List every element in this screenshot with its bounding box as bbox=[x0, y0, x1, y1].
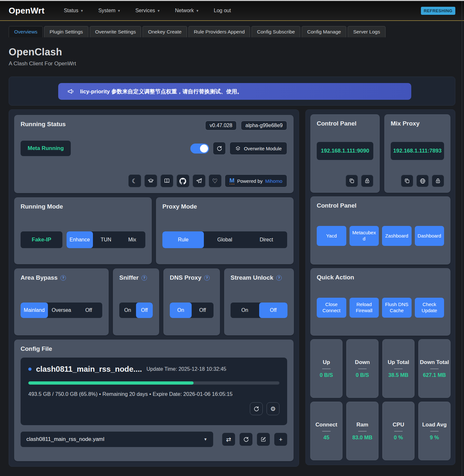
copy-icon bbox=[404, 178, 410, 184]
tutorial-button[interactable] bbox=[144, 174, 157, 187]
dark-mode-button[interactable]: ☾ bbox=[128, 174, 141, 187]
stat-tile-cpu: CPU 0 % bbox=[382, 402, 414, 460]
area-bypass-option-off[interactable]: Off bbox=[75, 303, 102, 318]
proxy-mode-option-direct[interactable]: Direct bbox=[246, 231, 287, 248]
overwrite-module-button[interactable]: Overwrite Module bbox=[230, 142, 287, 155]
quick-action-reload-firewall[interactable]: Reload Firewall bbox=[350, 298, 379, 318]
plus-icon: + bbox=[279, 436, 282, 443]
stat-tile-down: Down 0 B/S bbox=[346, 339, 378, 398]
running-mode-option-tun[interactable]: TUN bbox=[93, 231, 119, 248]
stat-tile-down-total: Down Total 627.1 MB bbox=[418, 339, 450, 398]
quick-action-close-connect[interactable]: Close Connect bbox=[317, 298, 346, 318]
graduation-cap-icon bbox=[148, 178, 154, 184]
quick-action-check-update[interactable]: Check Update bbox=[415, 298, 444, 318]
enable-toggle[interactable] bbox=[190, 144, 209, 154]
nav-item-log-out[interactable]: Log out bbox=[214, 8, 231, 14]
chevron-down-icon: ▼ bbox=[80, 9, 84, 13]
update-subscription-button[interactable] bbox=[250, 402, 263, 415]
proxy-mode-option-rule[interactable]: Rule bbox=[162, 231, 204, 248]
stat-divider bbox=[322, 431, 331, 432]
mihomo-logo-icon: M bbox=[230, 177, 235, 184]
dashboard-button-yacd[interactable]: Yacd bbox=[317, 226, 346, 246]
mihomo-link[interactable]: Mihomo bbox=[265, 178, 282, 184]
sniffer-segment: OnOff bbox=[119, 303, 153, 318]
dashboard-button-metacubexd[interactable]: Metacubexd bbox=[350, 226, 379, 246]
heart-icon: ♡ bbox=[212, 178, 218, 184]
sniffer-option-off[interactable]: Off bbox=[136, 303, 153, 318]
sniffer-option-on[interactable]: On bbox=[119, 303, 136, 318]
stat-divider bbox=[358, 369, 367, 369]
copy-button[interactable] bbox=[401, 175, 413, 187]
running-mode-option-enhance[interactable]: Enhance bbox=[67, 231, 93, 248]
tab-overviews[interactable]: Overviews bbox=[9, 26, 43, 37]
tab-onekey-create[interactable]: Onekey Create bbox=[142, 26, 187, 37]
stat-tile-load-avg: Load Avg 9 % bbox=[418, 402, 450, 460]
wiki-button[interactable] bbox=[160, 174, 173, 187]
config-name: clash0811_main_rss_node.... bbox=[36, 365, 142, 374]
help-icon[interactable]: ? bbox=[141, 275, 147, 281]
tab-config-manage[interactable]: Config Manage bbox=[302, 26, 346, 37]
network-button[interactable] bbox=[416, 175, 429, 187]
dashboard-button-dashboard[interactable]: Dashboard bbox=[415, 226, 444, 246]
edit-config-button[interactable] bbox=[257, 433, 270, 446]
tab-rule-providers-append[interactable]: Rule Providers Append bbox=[188, 26, 250, 37]
switch-config-button[interactable]: ⇄ bbox=[222, 433, 235, 446]
tab-overwrite-settings[interactable]: Overwrite Settings bbox=[90, 26, 141, 37]
dns-proxy-option-on[interactable]: On bbox=[170, 303, 192, 318]
nav-item-network[interactable]: Network▼ bbox=[175, 8, 199, 14]
telegram-button[interactable] bbox=[193, 174, 205, 187]
quick-action-flush-dns-cache[interactable]: Flush DNS Cache bbox=[382, 298, 412, 318]
area-bypass-card: Area Bypass? MainlandOverseaOff bbox=[14, 268, 109, 335]
dashboard-buttons: YacdMetacubexdZashboardDashboard bbox=[317, 226, 444, 246]
control-panel-address-card: Control Panel 192.168.1.111:9090 bbox=[310, 114, 380, 193]
page-content: OpenClash A Clash Client For OpenWrt lic… bbox=[0, 46, 464, 467]
tab-server-logs[interactable]: Server Logs bbox=[348, 26, 386, 37]
sponsor-button[interactable]: ♡ bbox=[209, 174, 222, 187]
control-panel-address: 192.168.1.111:9090 bbox=[317, 142, 373, 160]
area-bypass-segment: MainlandOverseaOff bbox=[21, 303, 102, 318]
area-bypass-option-oversea[interactable]: Oversea bbox=[48, 303, 75, 318]
top-navbar: OpenWrt Status▼System▼Services▼Network▼L… bbox=[0, 1, 464, 20]
nav-item-services[interactable]: Services▼ bbox=[135, 8, 160, 14]
proxy-mode-option-global[interactable]: Global bbox=[204, 231, 245, 248]
stream-unlock-segment: OnOff bbox=[231, 303, 287, 318]
dns-proxy-option-off[interactable]: Off bbox=[192, 303, 214, 318]
running-mode-option-mix[interactable]: Mix bbox=[119, 231, 145, 248]
core-status-badge: Meta Running bbox=[21, 141, 71, 156]
fake-ip-button[interactable]: Fake-IP bbox=[21, 231, 62, 248]
auth-button[interactable] bbox=[432, 175, 444, 187]
stat-divider bbox=[322, 369, 331, 369]
restart-core-button[interactable] bbox=[213, 142, 226, 155]
nav-item-status[interactable]: Status▼ bbox=[64, 8, 83, 14]
globe-icon bbox=[420, 178, 426, 184]
stat-divider bbox=[394, 369, 403, 369]
dashboard-button-zashboard[interactable]: Zashboard bbox=[382, 226, 412, 246]
running-status-title: Running Status bbox=[21, 121, 66, 128]
subscription-settings-button[interactable]: ⚙ bbox=[267, 402, 279, 415]
powered-by-button[interactable]: M Powered by Mihomo bbox=[225, 174, 287, 187]
refreshing-badge[interactable]: REFRESHING bbox=[421, 7, 455, 15]
mix-proxy-address: 192.168.1.111:7893 bbox=[391, 142, 444, 160]
github-button[interactable] bbox=[177, 174, 189, 187]
nav-item-system[interactable]: System▼ bbox=[98, 8, 121, 14]
stat-tile-ram: Ram 83.0 MB bbox=[346, 402, 378, 460]
copy-button[interactable] bbox=[346, 175, 358, 187]
config-file-select[interactable]: clash0811_main_rss_node.yaml ▼ bbox=[21, 432, 213, 447]
tab-config-subscribe[interactable]: Config Subscribe bbox=[251, 26, 300, 37]
stream-unlock-option-on[interactable]: On bbox=[231, 303, 259, 318]
help-icon[interactable]: ? bbox=[276, 275, 282, 281]
stats-grid: Up 0 B/S Down 0 B/S Up Total 38.5 MB Dow… bbox=[310, 339, 450, 460]
help-icon[interactable]: ? bbox=[204, 275, 210, 281]
auth-button[interactable] bbox=[361, 175, 373, 187]
open-book-icon bbox=[164, 178, 170, 184]
right-panel: Control Panel 192.168.1.111:9090 Mix Pro… bbox=[305, 109, 455, 465]
area-bypass-option-mainland[interactable]: Mainland bbox=[21, 303, 48, 318]
add-config-button[interactable]: + bbox=[274, 433, 287, 446]
reload-config-button[interactable] bbox=[240, 433, 252, 446]
scrollbar-track[interactable] bbox=[462, 0, 462, 476]
stream-unlock-option-off[interactable]: Off bbox=[259, 303, 288, 318]
tab-plugin-settings[interactable]: Plugin Settings bbox=[44, 26, 88, 37]
config-update-time: Update Time: 2025-12-18 10:32:45 bbox=[147, 366, 226, 372]
help-icon[interactable]: ? bbox=[60, 275, 66, 281]
refresh-icon bbox=[216, 145, 223, 152]
